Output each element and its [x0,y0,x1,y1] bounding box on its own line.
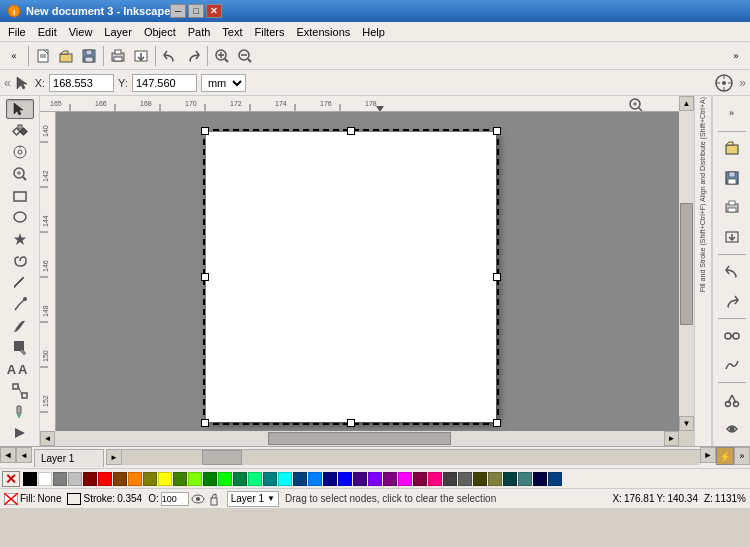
import-btn-right[interactable] [718,223,746,251]
save-btn[interactable] [78,45,100,67]
color-swatch-29[interactable] [458,472,472,486]
handle-ml[interactable] [201,273,209,281]
handle-tr[interactable] [493,127,501,135]
node-tool-btn[interactable] [6,121,34,141]
color-swatch-3[interactable] [68,472,82,486]
color-swatch-7[interactable] [128,472,142,486]
toolbar-expand-right[interactable]: » [725,45,747,67]
maximize-button[interactable]: □ [188,4,204,18]
canvas-area[interactable]: 165 166 168 170 172 174 176 178 [40,96,694,446]
cut-btn[interactable] [718,386,746,414]
snap-magnet-btn[interactable]: ⚡ [716,447,734,465]
handle-tl[interactable] [201,127,209,135]
menu-help[interactable]: Help [356,24,391,40]
redo-btn[interactable] [182,45,204,67]
menu-object[interactable]: Object [138,24,182,40]
color-swatch-12[interactable] [203,472,217,486]
fill-tool-btn[interactable] [6,338,34,358]
vertical-scrollbar[interactable]: ▲ ▼ [679,96,694,431]
zoom-tool-btn[interactable] [6,164,34,184]
zoom-in-btn[interactable] [211,45,233,67]
print-btn-right[interactable] [718,194,746,222]
color-swatch-0[interactable] [23,472,37,486]
layer-tab[interactable]: Layer 1 [34,449,104,467]
color-swatch-30[interactable] [473,472,487,486]
canvas-inner[interactable] [56,112,679,431]
color-swatch-9[interactable] [158,472,172,486]
new-btn[interactable] [32,45,54,67]
hscroll-track-bottom[interactable] [122,449,700,465]
minimize-button[interactable]: ─ [170,4,186,18]
color-swatch-4[interactable] [83,472,97,486]
toolbar-expand-left[interactable]: « [3,45,25,67]
color-swatch-33[interactable] [518,472,532,486]
handle-mr[interactable] [493,273,501,281]
spiral-tool-btn[interactable] [6,251,34,271]
color-swatch-27[interactable] [428,472,442,486]
ellipse-tool-btn[interactable] [6,207,34,227]
color-swatch-28[interactable] [443,472,457,486]
color-swatch-25[interactable] [398,472,412,486]
star-tool-btn[interactable] [6,229,34,249]
undo-btn[interactable] [159,45,181,67]
menu-file[interactable]: File [2,24,32,40]
hscroll-track[interactable] [55,431,664,446]
hscroll-thumb[interactable] [268,432,451,445]
x-input[interactable] [49,74,114,92]
hscroll-thumb-bottom[interactable] [202,450,242,465]
close-button[interactable]: ✕ [206,4,222,18]
color-swatch-13[interactable] [218,472,232,486]
color-swatch-35[interactable] [548,472,562,486]
expand-coordbar-right[interactable]: » [739,76,746,90]
undo-btn-right[interactable] [718,258,746,286]
expand-right-btn[interactable]: » [718,99,746,127]
node-edit-btn-right[interactable] [718,322,746,350]
connector-tool-btn[interactable] [6,381,34,401]
more-tools-btn[interactable] [6,423,34,443]
scroll-right-btn[interactable]: ► [664,431,679,446]
menu-layer[interactable]: Layer [98,24,138,40]
color-swatch-16[interactable] [263,472,277,486]
color-swatch-21[interactable] [338,472,352,486]
opacity-input[interactable] [161,492,189,506]
vscroll-track[interactable] [679,111,694,416]
color-swatch-10[interactable] [173,472,187,486]
no-color-btn[interactable]: ✕ [2,471,20,487]
menu-extensions[interactable]: Extensions [290,24,356,40]
color-swatch-24[interactable] [383,472,397,486]
color-swatch-14[interactable] [233,472,247,486]
color-swatch-20[interactable] [323,472,337,486]
color-swatch-26[interactable] [413,472,427,486]
tweak-tool-btn[interactable] [6,142,34,162]
color-swatch-8[interactable] [143,472,157,486]
menu-filters[interactable]: Filters [249,24,291,40]
calligraphy-tool-btn[interactable] [6,316,34,336]
color-swatch-1[interactable] [38,472,52,486]
open-btn[interactable] [55,45,77,67]
scroll-left-btn[interactable]: ◄ [40,431,55,446]
rect-tool-btn[interactable] [6,186,34,206]
tab-scroll-right[interactable]: ► [106,449,122,465]
scroll-down-btn[interactable]: ▼ [679,416,694,431]
tab-scroll-left[interactable]: ◄ [16,447,32,463]
handle-br[interactable] [493,419,501,427]
scroll-up-btn[interactable]: ▲ [679,96,694,111]
color-swatch-19[interactable] [308,472,322,486]
unit-select[interactable]: mm px cm in [201,74,246,92]
handle-bm[interactable] [347,419,355,427]
color-swatch-17[interactable] [278,472,292,486]
color-swatch-2[interactable] [53,472,67,486]
vscroll-thumb[interactable] [680,203,693,325]
color-swatch-31[interactable] [488,472,502,486]
handle-tm[interactable] [347,127,355,135]
smooth-btn[interactable] [718,351,746,379]
color-swatch-5[interactable] [98,472,112,486]
file-open-btn[interactable] [718,135,746,163]
handle-bl[interactable] [201,419,209,427]
expand-btn-right[interactable]: » [734,447,750,465]
menu-text[interactable]: Text [216,24,248,40]
color-swatch-15[interactable] [248,472,262,486]
zoom-out-btn[interactable] [234,45,256,67]
scroll-right-arrow[interactable]: ► [700,447,716,463]
color-swatch-11[interactable] [188,472,202,486]
